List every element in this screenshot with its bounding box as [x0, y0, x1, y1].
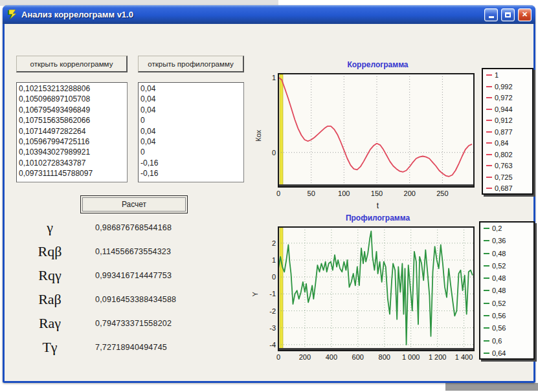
list-item[interactable]: 0,10102728343787 [19, 158, 127, 168]
client-area: открыть коррелограмму открыть профилогра… [5, 24, 533, 379]
legend-marker-icon [486, 120, 492, 121]
correlogram-y-axis-label: Кох [254, 130, 262, 142]
open-profilogram-button[interactable]: открыть профилограмму [138, 56, 244, 72]
list-item[interactable]: -0,16 [140, 168, 243, 179]
titlebar[interactable]: Анализ коррелограмм v1.0 ✕ [3, 5, 535, 24]
legend-item: 0,48 [484, 250, 531, 257]
legend-value: 0,52 [492, 299, 506, 307]
profilogram-legend[interactable]: 0,20,360,480,520,480,480,520,560,560,60,… [479, 221, 535, 360]
legend-value: 0,944 [495, 105, 513, 113]
result-label-rq-gamma: Rqγ [21, 267, 78, 284]
svg-text:200: 200 [404, 190, 416, 197]
open-correlogram-button[interactable]: открыть коррелограмму [16, 56, 128, 72]
minimize-button[interactable] [484, 8, 498, 21]
correlogram-chart-title: Коррелограмма [275, 60, 481, 69]
list-item[interactable]: 0,107515635862066 [19, 115, 127, 125]
result-value-ra-gamma: 0,794733371558202 [95, 319, 172, 328]
legend-item: 0,912 [486, 116, 530, 124]
background-window-fragment [445, 383, 538, 391]
legend-item: 0,84 [486, 139, 530, 147]
list-item[interactable]: 0,04 [140, 83, 243, 94]
legend-marker-icon [486, 188, 492, 189]
legend-item: 0,877 [486, 128, 530, 136]
list-item[interactable]: -0,16 [140, 158, 243, 168]
legend-value: 0,2 [492, 224, 502, 232]
legend-marker-icon [486, 97, 492, 98]
result-label-ra-beta: Raβ [21, 291, 78, 308]
correlogram-listbox[interactable]: 0,1021532132888060,1050968971057080,1067… [16, 82, 128, 182]
legend-marker-icon [484, 278, 489, 279]
legend-value: 0,64 [492, 349, 506, 357]
svg-text:800: 800 [379, 353, 390, 361]
profilogram-chart: Профилограмма Y 02004006008001 0001 2001… [258, 213, 481, 375]
list-item[interactable]: 0,105096897105708 [19, 94, 127, 104]
list-item[interactable]: 0,102153213288806 [19, 83, 127, 94]
profilogram-chart-title: Профилограмма [275, 213, 481, 223]
list-item[interactable]: 0,103943027989921 [19, 147, 127, 157]
svg-text:-2: -2 [269, 307, 276, 315]
svg-text:200: 200 [299, 353, 311, 361]
maximize-button[interactable] [501, 8, 515, 21]
result-row: Rqβ 0,114556673554323 [21, 239, 235, 263]
list-item[interactable]: 0 [140, 115, 243, 125]
list-item[interactable]: 0,04 [140, 126, 243, 136]
correlogram-plot[interactable]: 05010015020025010 [265, 71, 479, 200]
svg-text:0: 0 [276, 353, 280, 361]
result-row: Tγ 7,72718940494745 [21, 335, 235, 359]
legend-marker-icon [486, 74, 492, 76]
legend-marker-icon [484, 265, 489, 267]
result-row: Raβ 0,0916453388434588 [21, 287, 235, 311]
correlogram-chart: Коррелограмма Кох 05010015020025010 t [258, 60, 481, 208]
legend-marker-icon [484, 228, 489, 229]
list-item[interactable]: 0,0973111145788097 [19, 168, 127, 179]
legend-value: 0,84 [495, 139, 508, 147]
list-item[interactable]: 0,106795493496849 [19, 105, 127, 115]
legend-value: 0,52 [492, 262, 506, 270]
result-label-rq-beta: Rqβ [21, 243, 78, 260]
legend-item: 0,763 [486, 162, 530, 169]
profilogram-plot[interactable]: 02004006008001 0001 2001 400210-1-2-3-4 [265, 224, 479, 364]
legend-item: 0,56 [484, 312, 531, 320]
list-item[interactable]: 0,10714497282264 [19, 126, 127, 136]
calc-button[interactable]: Расчет [80, 195, 188, 213]
legend-marker-icon [486, 131, 492, 133]
svg-text:250: 250 [436, 190, 448, 197]
legend-item: 0,6 [484, 337, 531, 345]
legend-marker-icon [484, 315, 489, 316]
window-title: Анализ коррелограмм v1.0 [21, 10, 481, 19]
list-item[interactable]: 0 [140, 147, 243, 157]
legend-value: 0,725 [495, 173, 513, 181]
list-item[interactable]: 0,04 [140, 136, 243, 147]
legend-item: 0,944 [486, 105, 530, 113]
legend-value: 0,36 [492, 237, 506, 245]
result-value-gamma: 0,986876768544168 [95, 223, 172, 232]
profilogram-y-axis-label: Y [251, 292, 259, 296]
legend-item: 0,972 [486, 94, 530, 102]
legend-marker-icon [484, 253, 489, 254]
maximize-icon [505, 12, 511, 17]
legend-marker-icon [484, 240, 489, 241]
list-item[interactable]: 0,04 [140, 105, 243, 115]
svg-text:600: 600 [352, 353, 364, 361]
list-item[interactable]: 0,04 [140, 94, 243, 104]
legend-value: 0,972 [495, 94, 513, 102]
svg-text:150: 150 [371, 190, 383, 197]
svg-text:100: 100 [338, 190, 350, 197]
app-icon [6, 9, 18, 20]
close-icon: ✕ [522, 11, 528, 18]
close-button[interactable]: ✕ [518, 8, 532, 21]
legend-value: 0,763 [495, 162, 513, 169]
legend-item: 0,64 [484, 349, 531, 357]
svg-text:-1: -1 [269, 290, 276, 298]
svg-text:400: 400 [326, 353, 337, 361]
svg-text:50: 50 [308, 190, 315, 197]
result-value-t-gamma: 7,72718940494745 [95, 343, 167, 352]
legend-item: 1 [486, 71, 530, 79]
correlogram-legend[interactable]: 10,9920,9720,9440,9120,8770,840,8020,763… [482, 68, 533, 195]
legend-value: 0,687 [495, 184, 513, 192]
legend-marker-icon [486, 165, 492, 166]
legend-value: 0,877 [495, 128, 513, 136]
svg-text:0: 0 [276, 190, 280, 197]
list-item[interactable]: 0,105967994725116 [19, 136, 127, 147]
profilogram-listbox[interactable]: 0,040,040,0400,040,040-0,16-0,16 [138, 82, 244, 182]
